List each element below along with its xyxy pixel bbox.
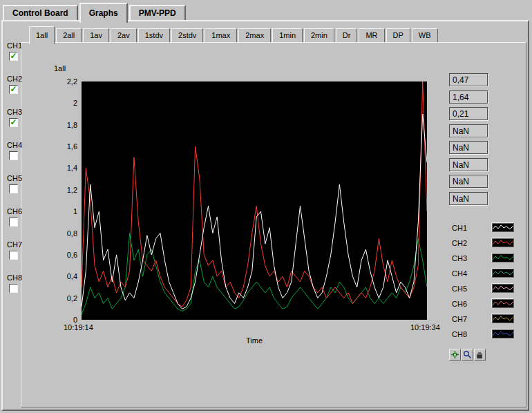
x-axis-title: Time — [82, 336, 427, 345]
sub-tab-2all[interactable]: 2all — [56, 28, 82, 42]
channel-label-CH2: CH2 — [7, 75, 30, 84]
y-tick-label: 1,2 — [46, 186, 77, 194]
sub-tab-1min[interactable]: 1min — [272, 28, 303, 42]
sub-tab-2min[interactable]: 2min — [304, 28, 334, 42]
legend-sample-CH3[interactable] — [492, 253, 514, 262]
channel-value-indicators: 0,471,640,21NaNNaNNaNNaNNaN — [449, 73, 488, 208]
y-tick-label: 0,8 — [46, 229, 77, 238]
cursor-tool-button[interactable] — [449, 349, 461, 361]
channel-group-CH2: CH2✓ — [7, 75, 30, 98]
y-tick-label: 1 — [46, 207, 77, 215]
chart-traces — [82, 81, 427, 320]
y-tick-label: 1,8 — [46, 121, 77, 129]
legend-row-CH5: CH5 — [452, 284, 515, 294]
channel-group-CH5: CH5 — [7, 174, 30, 198]
legend-label-CH3: CH3 — [452, 254, 467, 262]
y-tick-label: 2,2 — [46, 77, 77, 86]
sub-tab-1av[interactable]: 1av — [83, 28, 109, 42]
value-indicator-CH7: NaN — [449, 175, 488, 188]
value-indicator-CH4: NaN — [449, 124, 488, 137]
channel-checkbox-CH1[interactable]: ✓ — [9, 52, 18, 61]
legend-label-CH4: CH4 — [452, 269, 467, 278]
legend-label-CH8: CH8 — [452, 330, 467, 338]
hand-icon — [475, 350, 484, 359]
channel-checkbox-CH8[interactable] — [9, 284, 18, 293]
legend-label-CH7: CH7 — [452, 315, 467, 323]
sub-tab-2stdv[interactable]: 2stdv — [171, 28, 203, 42]
channel-group-CH8: CH8 — [7, 273, 30, 297]
channel-group-CH1: CH1✓ — [7, 41, 30, 65]
legend-label-CH2: CH2 — [452, 239, 467, 247]
graph-type-tab-bar: 1all2all1av2av1stdv2stdv1max2max1min2min… — [29, 27, 439, 42]
channel-label-CH1: CH1 — [7, 41, 30, 50]
legend-sample-CH7[interactable] — [492, 314, 514, 323]
sub-tab-wb[interactable]: WB — [412, 28, 438, 42]
legend-label-CH5: CH5 — [452, 285, 467, 293]
value-indicator-CH8: NaN — [449, 192, 488, 205]
crosshair-icon — [450, 350, 459, 359]
y-tick-label: 0,6 — [46, 251, 77, 259]
legend-sample-CH4[interactable] — [492, 269, 514, 278]
magnifier-icon — [463, 350, 472, 359]
sub-tab-2av[interactable]: 2av — [111, 28, 137, 42]
channel-checkbox-CH5[interactable] — [9, 184, 18, 193]
legend-row-CH8: CH8 — [452, 329, 515, 340]
zoom-tool-button[interactable] — [462, 349, 473, 361]
sub-tab-1stdv[interactable]: 1stdv — [138, 28, 170, 42]
channel-label-CH6: CH6 — [7, 207, 30, 216]
channel-label-CH7: CH7 — [7, 240, 30, 249]
value-indicator-CH2: 1,64 — [449, 90, 488, 104]
value-indicator-CH5: NaN — [449, 141, 488, 154]
channel-checkbox-CH3[interactable]: ✓ — [9, 118, 18, 127]
y-axis-tick-labels: 2,221,81,61,41,210,80,60,40,20 — [46, 77, 77, 324]
sub-tab-mr[interactable]: MR — [359, 28, 384, 42]
channel-checkbox-CH4[interactable] — [9, 151, 18, 160]
legend-sample-CH1[interactable] — [492, 223, 514, 232]
legend-sample-CH6[interactable] — [492, 299, 514, 308]
channel-group-CH3: CH3✓ — [7, 108, 30, 131]
y-tick-label: 1,6 — [46, 142, 77, 151]
channel-group-CH4: CH4 — [7, 141, 30, 164]
channel-checkbox-CH7[interactable] — [9, 251, 18, 260]
sub-tab-1all[interactable]: 1all — [29, 26, 55, 44]
legend-label-CH6: CH6 — [452, 300, 467, 308]
legend-row-CH7: CH7 — [452, 314, 515, 325]
channel-label-CH5: CH5 — [7, 174, 30, 183]
main-tab-graphs[interactable]: Graphs — [79, 3, 128, 23]
channel-group-CH7: CH7 — [7, 240, 30, 264]
y-tick-label: 1,4 — [46, 164, 77, 172]
main-tab-pmv-ppd[interactable]: PMV-PPD — [129, 5, 186, 20]
main-tab-control-board[interactable]: Control Board — [3, 5, 78, 20]
pan-tool-button[interactable] — [474, 349, 486, 361]
legend-row-CH1: CH1 — [452, 223, 515, 233]
value-indicator-CH6: NaN — [449, 158, 488, 171]
y-tick-label: 0,2 — [46, 294, 77, 302]
channel-group-CH6: CH6 — [7, 207, 30, 231]
legend-sample-CH8[interactable] — [492, 329, 514, 338]
trace-CH1 — [82, 114, 427, 309]
legend-row-CH6: CH6 — [452, 299, 515, 309]
x-axis-start-label: 10:19:14 — [64, 323, 93, 332]
channel-checkbox-CH6[interactable] — [9, 218, 18, 227]
x-axis-end-label: 10:19:34 — [410, 323, 440, 332]
legend-row-CH4: CH4 — [452, 269, 515, 279]
app-window: Control BoardGraphsPMV-PPD 1all2all1av2a… — [0, 0, 532, 413]
channel-checkbox-CH2[interactable]: ✓ — [9, 85, 18, 94]
chart-plot-area — [82, 81, 427, 320]
channel-label-CH4: CH4 — [7, 141, 30, 150]
sub-tab-1max[interactable]: 1max — [205, 28, 237, 42]
y-tick-label: 2 — [46, 99, 77, 107]
sub-tab-dr[interactable]: Dr — [336, 28, 358, 42]
legend-row-CH3: CH3 — [452, 253, 515, 264]
legend-sample-CH2[interactable] — [492, 238, 514, 247]
chart-title: 1all — [54, 64, 66, 73]
value-indicator-CH1: 0,47 — [449, 73, 488, 86]
channel-checkbox-column: CH1✓CH2✓CH3✓CH4CH5CH6CH7CH8 — [7, 41, 30, 311]
legend-sample-CH5[interactable] — [492, 284, 514, 293]
legend-label-CH1: CH1 — [452, 224, 467, 232]
main-tab-bar: Control BoardGraphsPMV-PPD — [3, 3, 187, 20]
sub-tab-2max[interactable]: 2max — [238, 28, 271, 42]
sub-tab-dp[interactable]: DP — [386, 28, 410, 42]
chart-legend: CH1CH2CH3CH4CH5CH6CH7CH8 — [452, 223, 515, 347]
value-indicator-CH3: 0,21 — [449, 107, 488, 120]
